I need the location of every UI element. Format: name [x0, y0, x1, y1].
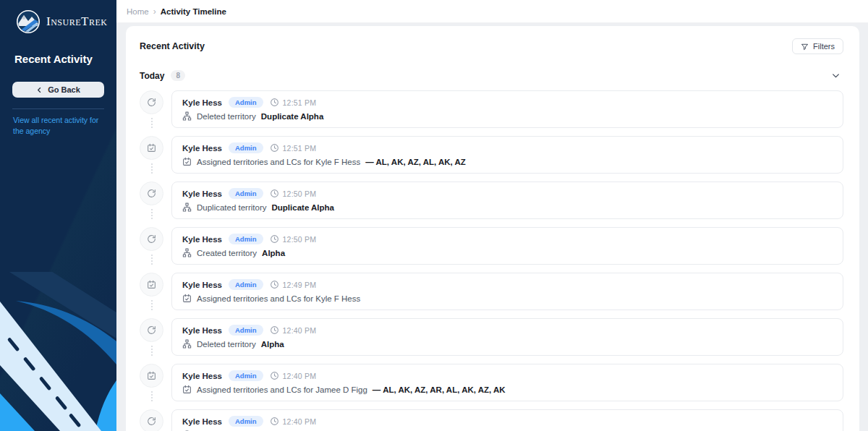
- territory-sitemap-icon: [182, 111, 192, 121]
- activity-row: Kyle Hess Admin 12:49 PM Assigned territ…: [140, 273, 843, 310]
- activity-card: Kyle Hess Admin 12:50 PM Created territo…: [171, 227, 843, 265]
- activity-row: Kyle Hess Admin 12:40 PM Deleted territo…: [140, 318, 843, 356]
- timeline-node: [140, 90, 163, 114]
- activity-action: Assigned territories and LCs for Kyle F …: [197, 158, 360, 166]
- activity-timeline: Kyle Hess Admin 12:51 PM Deleted territo…: [140, 90, 843, 431]
- activity-time: 12:50 PM: [283, 235, 317, 244]
- activity-role-badge: Admin: [229, 142, 263, 153]
- activity-user: Kyle Hess: [182, 326, 222, 335]
- go-back-label: Go Back: [48, 85, 80, 94]
- section-today-label: Today: [140, 71, 164, 81]
- activity-role-badge: Admin: [229, 279, 263, 290]
- activity-action: Created territory: [197, 249, 257, 257]
- territory-sitemap-icon: [182, 248, 192, 257]
- panel-header: Recent Activity Filters: [140, 38, 843, 54]
- chevron-down-icon[interactable]: [831, 71, 843, 80]
- section-today[interactable]: Today 8: [140, 70, 843, 81]
- activity-role-badge: Admin: [229, 416, 263, 427]
- activity-role-badge: Admin: [229, 188, 263, 199]
- activity-target: Alpha: [261, 340, 284, 349]
- activity-card: Kyle Hess Admin 12:40 PM Deleted territo…: [171, 318, 843, 356]
- breadcrumb-current: Activity Timeline: [161, 7, 226, 16]
- activity-action: Assigned territories and LCs for Kyle F …: [197, 294, 360, 303]
- activity-target: Duplicate Alpha: [272, 203, 334, 212]
- activity-role-badge: Admin: [229, 325, 263, 336]
- territory-sitemap-icon: [182, 202, 192, 212]
- content-background: Recent Activity Filters Today 8: [116, 23, 868, 431]
- insuretrek-logo-icon: [16, 9, 41, 34]
- activity-user: Kyle Hess: [182, 281, 222, 289]
- sync-icon: [147, 98, 156, 107]
- activity-row: Kyle Hess Admin 12:40 PM Assigned territ…: [140, 364, 843, 401]
- activity-user: Kyle Hess: [182, 98, 222, 107]
- activity-role-badge: Admin: [229, 97, 263, 108]
- go-back-button[interactable]: Go Back: [12, 82, 104, 98]
- activity-target: Duplicate Alpha: [261, 112, 323, 121]
- sync-icon: [147, 325, 156, 335]
- activity-time: 12:49 PM: [283, 281, 317, 289]
- filters-label: Filters: [813, 42, 835, 51]
- sync-icon: [147, 417, 156, 426]
- sidebar-page-title: Recent Activity: [0, 41, 116, 65]
- activity-time: 12:51 PM: [283, 144, 317, 153]
- activity-target: Alpha: [262, 249, 285, 257]
- breadcrumb-separator-icon: ›: [153, 7, 156, 17]
- breadcrumb-home[interactable]: Home: [127, 7, 149, 16]
- timeline-node: [140, 136, 163, 160]
- timeline-connector: [151, 118, 153, 128]
- road-illustration: [0, 272, 116, 431]
- clock-icon: [270, 417, 279, 426]
- timeline-connector: [151, 346, 153, 356]
- calendar-icon: [147, 280, 156, 289]
- activity-row: Kyle Hess Admin 12:50 PM Created territo…: [140, 227, 843, 265]
- activity-action: Deleted territory: [197, 340, 256, 349]
- sidebar: InsureTrek Recent Activity Go Back View …: [0, 0, 116, 431]
- territory-sitemap-icon: [182, 339, 192, 349]
- activity-card: Kyle Hess Admin 12:50 PM Duplicated terr…: [171, 182, 843, 219]
- timeline-node: [140, 364, 163, 388]
- activity-role-badge: Admin: [229, 234, 263, 244]
- activity-user: Kyle Hess: [182, 417, 222, 426]
- timeline-connector: [151, 163, 153, 174]
- sync-icon: [147, 189, 156, 198]
- clock-icon: [270, 143, 279, 153]
- timeline-node: [140, 227, 163, 251]
- section-today-count-badge: 8: [171, 70, 185, 81]
- clock-icon: [270, 280, 279, 289]
- activity-row: Kyle Hess Admin 12:40 PM Created territo…: [140, 409, 843, 431]
- activity-target: — AL, AK, AZ, AR, AL, AK, AZ, AK: [373, 385, 506, 394]
- assignment-calendar-icon: [182, 385, 192, 394]
- chevron-left-icon: [36, 87, 43, 93]
- activity-card: Kyle Hess Admin 12:40 PM Created territo…: [171, 409, 843, 431]
- filter-funnel-icon: [801, 43, 809, 51]
- calendar-icon: [147, 371, 156, 380]
- activity-user: Kyle Hess: [182, 189, 222, 198]
- timeline-connector: [151, 300, 153, 310]
- brand-name: InsureTrek: [46, 14, 107, 29]
- brand-logo[interactable]: InsureTrek: [0, 0, 116, 41]
- activity-card: Kyle Hess Admin 12:40 PM Assigned territ…: [171, 364, 843, 401]
- activity-role-badge: Admin: [229, 370, 263, 381]
- breadcrumb: Home › Activity Timeline: [116, 0, 868, 23]
- activity-row: Kyle Hess Admin 12:50 PM Duplicated terr…: [140, 182, 843, 219]
- activity-time: 12:40 PM: [283, 326, 317, 335]
- activity-row: Kyle Hess Admin 12:51 PM Assigned territ…: [140, 136, 843, 174]
- timeline-node: [140, 318, 163, 342]
- timeline-node: [140, 273, 163, 296]
- filters-button[interactable]: Filters: [792, 38, 843, 54]
- activity-time: 12:40 PM: [283, 372, 317, 380]
- clock-icon: [270, 371, 279, 380]
- clock-icon: [270, 98, 279, 107]
- clock-icon: [270, 234, 279, 244]
- activity-panel: Recent Activity Filters Today 8: [126, 26, 859, 431]
- timeline-connector: [151, 255, 153, 265]
- assignment-calendar-icon: [182, 294, 192, 303]
- activity-action: Assigned territories and LCs for Jamee D…: [197, 385, 367, 394]
- view-all-activity-link[interactable]: View all recent activity for the agency: [0, 109, 116, 137]
- activity-user: Kyle Hess: [182, 372, 222, 380]
- clock-icon: [270, 325, 279, 335]
- activity-time: 12:50 PM: [283, 189, 317, 198]
- activity-card: Kyle Hess Admin 12:51 PM Deleted territo…: [171, 90, 843, 128]
- clock-icon: [270, 189, 279, 198]
- activity-time: 12:40 PM: [283, 417, 317, 426]
